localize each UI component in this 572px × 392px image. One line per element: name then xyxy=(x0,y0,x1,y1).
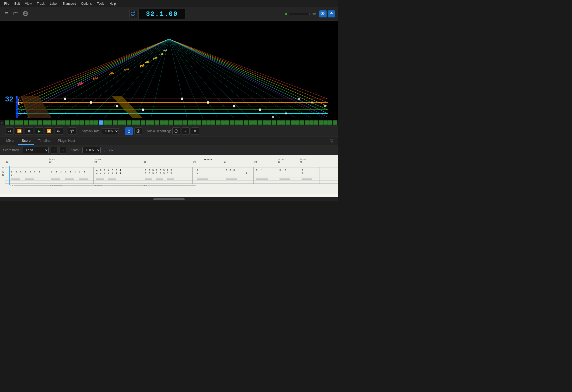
mini-block[interactable] xyxy=(202,120,206,125)
mini-block[interactable] xyxy=(38,120,42,125)
mini-block[interactable] xyxy=(136,120,140,125)
mini-block[interactable] xyxy=(267,120,271,125)
mini-block[interactable] xyxy=(150,120,154,125)
mini-block[interactable] xyxy=(113,120,117,125)
mini-block[interactable] xyxy=(333,120,337,125)
mini-block[interactable] xyxy=(225,120,229,125)
repeat-button[interactable] xyxy=(68,127,76,135)
mini-block[interactable] xyxy=(61,120,66,125)
save-button[interactable] xyxy=(22,10,29,18)
mini-block[interactable] xyxy=(295,120,300,125)
mini-block[interactable] xyxy=(15,120,19,125)
menu-transport[interactable]: Transport xyxy=(61,1,78,6)
mini-block[interactable] xyxy=(244,120,248,125)
mini-block[interactable] xyxy=(164,120,168,125)
mini-block[interactable] xyxy=(305,120,309,125)
mini-timeline-blocks[interactable] xyxy=(4,120,338,125)
mini-block[interactable] xyxy=(75,120,80,125)
mini-block[interactable] xyxy=(192,120,197,125)
mini-block[interactable] xyxy=(258,120,262,125)
rewind-button[interactable]: ⏪ xyxy=(15,127,23,135)
mini-block[interactable] xyxy=(89,120,94,125)
record-button[interactable] xyxy=(172,127,180,135)
mini-block[interactable] xyxy=(169,120,173,125)
mini-block[interactable] xyxy=(33,120,37,125)
mini-block[interactable] xyxy=(249,120,253,125)
mini-block[interactable] xyxy=(230,120,234,125)
scroll-bar-area[interactable] xyxy=(0,197,338,201)
mini-block[interactable] xyxy=(24,120,28,125)
mini-block[interactable] xyxy=(57,120,61,125)
mini-block[interactable] xyxy=(127,120,131,125)
mini-block[interactable] xyxy=(197,120,201,125)
mini-block[interactable] xyxy=(118,120,122,125)
mini-block[interactable] xyxy=(183,120,187,125)
mini-block[interactable] xyxy=(47,120,51,125)
tab-score[interactable]: Score xyxy=(18,137,34,145)
score-area[interactable]: T A B 32 5 3 5 5 5 5 5 5 xyxy=(0,155,338,197)
playback-rate-select[interactable]: 100% 50% 75% 125% 150% xyxy=(102,128,119,134)
mini-block[interactable] xyxy=(291,120,295,125)
mini-block[interactable] xyxy=(43,120,47,125)
mini-block[interactable] xyxy=(108,120,112,125)
mini-block[interactable] xyxy=(309,120,314,125)
mini-block[interactable] xyxy=(52,120,56,125)
mini-block[interactable] xyxy=(323,120,328,125)
mini-block[interactable] xyxy=(155,120,159,125)
mini-block[interactable] xyxy=(160,120,164,125)
mini-block[interactable] xyxy=(132,120,136,125)
tab-mixer[interactable]: Mixer xyxy=(3,137,18,145)
mini-block[interactable] xyxy=(239,120,243,125)
mini-block[interactable] xyxy=(286,120,290,125)
metronome-button[interactable] xyxy=(125,127,133,135)
menu-options[interactable]: Options xyxy=(79,1,94,6)
menu-file[interactable]: File xyxy=(2,1,11,6)
mini-block[interactable] xyxy=(235,120,239,125)
mini-block[interactable] xyxy=(263,120,267,125)
mini-block[interactable] xyxy=(94,120,98,125)
menu-edit[interactable]: Edit xyxy=(12,1,22,6)
view-tool-button[interactable]: 👁 xyxy=(319,10,327,17)
tabs-filter-icon[interactable]: ▽ xyxy=(328,137,335,144)
play-button[interactable]: ▶ xyxy=(35,127,43,135)
mini-block[interactable] xyxy=(141,120,145,125)
skip-back-button[interactable]: ⏮ xyxy=(5,127,14,135)
mini-block[interactable] xyxy=(85,120,89,125)
score-prev-button[interactable]: ‹ xyxy=(51,147,57,153)
mini-block[interactable] xyxy=(80,120,84,125)
mini-block[interactable] xyxy=(281,120,285,125)
menu-tools[interactable]: Tools xyxy=(95,1,106,6)
mini-block[interactable] xyxy=(178,120,183,125)
mini-block[interactable] xyxy=(216,120,220,125)
mini-block[interactable] xyxy=(5,120,9,125)
mini-block[interactable] xyxy=(10,120,14,125)
mini-block[interactable] xyxy=(19,120,23,125)
mini-block[interactable] xyxy=(319,120,323,125)
menu-help[interactable]: Help xyxy=(107,1,118,6)
mini-block[interactable] xyxy=(103,120,108,125)
score-next-button[interactable]: › xyxy=(60,147,66,153)
score-track-select[interactable]: Lead Rhythm Bass xyxy=(23,147,49,153)
user-tool-button[interactable] xyxy=(328,10,335,17)
edit-tool-button[interactable]: ✏ xyxy=(311,10,318,18)
audio-settings-button[interactable] xyxy=(191,127,199,135)
mini-block[interactable] xyxy=(272,120,276,125)
check-button[interactable]: ✓ xyxy=(182,127,190,135)
tab-timeline[interactable]: Timeline xyxy=(34,137,54,145)
mini-block[interactable] xyxy=(314,120,318,125)
mini-block[interactable] xyxy=(277,120,281,125)
mini-block[interactable] xyxy=(188,120,192,125)
mini-block[interactable] xyxy=(300,120,304,125)
menu-track[interactable]: Track xyxy=(35,1,47,6)
fast-forward-button[interactable]: ⏩ xyxy=(45,127,53,135)
mini-block[interactable] xyxy=(71,120,75,125)
tab-plugin-host[interactable]: Plugin Host xyxy=(54,137,79,145)
zoom-select[interactable]: 100% 50% 75% 150% 200% xyxy=(82,147,101,153)
scroll-thumb[interactable] xyxy=(153,198,185,200)
mini-block[interactable] xyxy=(29,120,33,125)
open-button[interactable] xyxy=(12,10,20,18)
skip-forward-button[interactable]: ⏭ xyxy=(55,127,63,135)
mini-block[interactable] xyxy=(220,120,225,125)
menu-toggle-button[interactable]: ☰ xyxy=(3,10,10,17)
mini-block[interactable] xyxy=(206,120,211,125)
